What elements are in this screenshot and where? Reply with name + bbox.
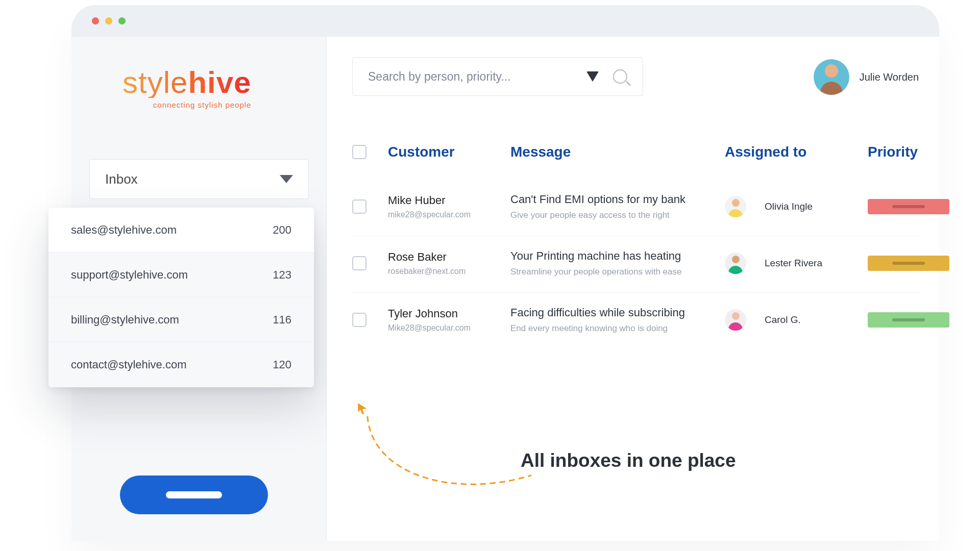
table-header: Customer Message Assigned to Priority — [352, 144, 919, 160]
assignee-name: Carol G. — [765, 314, 801, 325]
table-row[interactable]: Tyler Johnson Mike28@specular.com Facing… — [352, 293, 919, 349]
chevron-down-icon — [280, 175, 293, 183]
inbox-address: contact@stylehive.com — [71, 358, 187, 371]
customer-email: Mike28@specular.com — [388, 323, 510, 333]
customer-name: Mike Huber — [388, 194, 510, 207]
assignee-avatar — [725, 309, 746, 331]
priority-badge — [868, 199, 949, 214]
brand-name-b: hive — [188, 65, 251, 99]
brand-tagline: connecting stylish people — [122, 101, 251, 109]
customer-email: rosebaker@next.com — [388, 267, 510, 276]
message-subject: Facing difficulties while subscribing — [510, 306, 725, 319]
inbox-option[interactable]: sales@stylehive.com 200 — [48, 208, 314, 253]
assignee-avatar — [725, 253, 746, 274]
window-zoom-icon[interactable] — [118, 17, 126, 24]
primary-action-placeholder-icon — [166, 491, 222, 498]
table-row[interactable]: Mike Huber mike28@specular.com Can't Fin… — [352, 180, 919, 236]
row-checkbox[interactable] — [352, 313, 366, 327]
row-checkbox[interactable] — [352, 199, 366, 214]
filter-icon[interactable] — [586, 71, 599, 82]
inbox-option[interactable]: contact@stylehive.com 120 — [48, 342, 314, 387]
inbox-count: 200 — [273, 223, 291, 237]
col-customer: Customer — [388, 144, 510, 160]
inbox-address: sales@stylehive.com — [71, 223, 177, 237]
inbox-option[interactable]: support@stylehive.com 123 — [48, 253, 314, 297]
col-message: Message — [510, 144, 725, 160]
priority-badge — [868, 256, 949, 271]
inbox-dropdown: sales@stylehive.com 200 support@stylehiv… — [48, 208, 314, 387]
message-preview: Give your people easy access to the righ… — [510, 210, 725, 220]
primary-action-button[interactable] — [120, 475, 268, 514]
message-subject: Your Printing machine has heating — [510, 249, 725, 263]
window-close-icon[interactable] — [92, 17, 99, 24]
message-subject: Can't Find EMI options for my bank — [510, 193, 725, 206]
current-user[interactable]: Julie Worden — [814, 59, 919, 95]
assignee-name: Olivia Ingle — [765, 201, 813, 212]
message-preview: End every meeting knowing who is doing — [510, 323, 725, 334]
callout-text: All inboxes in one place — [521, 450, 736, 471]
brand-logo: stylehive connecting stylish people — [122, 67, 251, 109]
table-row[interactable]: Rose Baker rosebaker@next.com Your Print… — [352, 236, 919, 293]
window-titlebar — [71, 5, 939, 37]
col-assigned: Assigned to — [725, 144, 868, 160]
customer-name: Rose Baker — [388, 251, 510, 264]
window-minimize-icon[interactable] — [105, 17, 112, 24]
assignee-avatar — [725, 196, 746, 217]
inbox-address: support@stylehive.com — [71, 268, 188, 282]
inbox-count: 120 — [273, 358, 291, 371]
search-bar[interactable] — [352, 57, 643, 96]
customer-name: Tyler Johnson — [388, 307, 510, 320]
inbox-option[interactable]: billing@stylehive.com 116 — [48, 297, 314, 342]
inbox-select[interactable]: Inbox — [89, 159, 309, 199]
avatar — [814, 59, 849, 95]
app-window: stylehive connecting stylish people Inbo… — [71, 5, 939, 541]
inbox-count: 123 — [273, 268, 291, 282]
current-user-name: Julie Worden — [860, 71, 919, 83]
select-all-checkbox[interactable] — [352, 145, 366, 159]
search-input[interactable] — [368, 70, 586, 84]
main-panel: Julie Worden Customer Message Assigned t… — [327, 37, 939, 541]
assignee-name: Lester Rivera — [765, 258, 822, 269]
sidebar: stylehive connecting stylish people Inbo… — [71, 37, 327, 541]
message-preview: Streamline your people operations with e… — [510, 267, 725, 277]
message-list: Mike Huber mike28@specular.com Can't Fin… — [352, 180, 919, 349]
callout-arrow-icon — [362, 414, 536, 501]
inbox-address: billing@stylehive.com — [71, 313, 179, 327]
customer-email: mike28@specular.com — [388, 210, 510, 219]
priority-badge — [868, 312, 949, 328]
inbox-count: 116 — [273, 313, 291, 327]
row-checkbox[interactable] — [352, 256, 366, 270]
col-priority: Priority — [868, 144, 949, 160]
inbox-select-label: Inbox — [105, 171, 138, 187]
cursor-pointer-icon — [356, 402, 366, 412]
brand-name-a: style — [122, 65, 188, 99]
search-icon[interactable] — [613, 69, 627, 84]
